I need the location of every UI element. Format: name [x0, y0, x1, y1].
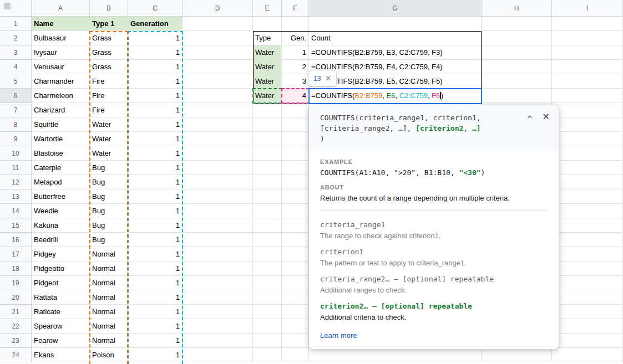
cell-C16[interactable]: 1 [128, 233, 183, 247]
cell-H3[interactable] [482, 45, 552, 60]
cell-I17[interactable] [552, 247, 623, 262]
cell-I9[interactable] [552, 132, 623, 146]
cell-F5[interactable]: 3 [282, 74, 309, 89]
cell-E1[interactable] [253, 17, 282, 31]
cell-A9[interactable]: Wartortle [32, 132, 90, 146]
cell-C4[interactable]: 1 [128, 60, 183, 74]
cell-B15[interactable]: Bug [90, 218, 128, 233]
cell-E6[interactable]: Water [253, 89, 282, 103]
cell-C23[interactable]: 1 [128, 334, 183, 348]
row-header-6[interactable]: 6 [0, 89, 32, 103]
cell-F13[interactable] [282, 189, 309, 204]
cell-E14[interactable] [253, 204, 282, 218]
cell-I21[interactable] [552, 305, 623, 319]
cell-I2[interactable] [552, 31, 623, 45]
cell-B23[interactable]: Normal [90, 334, 128, 348]
select-all-corner[interactable] [0, 0, 32, 17]
cell-C13[interactable]: 1 [128, 189, 183, 204]
collapse-icon[interactable] [526, 113, 534, 121]
cell-E23[interactable] [253, 334, 282, 348]
cell-I20[interactable] [552, 290, 623, 305]
row-header-2[interactable]: 2 [0, 31, 32, 45]
cell-C24[interactable]: 1 [128, 348, 183, 362]
cell-A5[interactable]: Charmander [32, 74, 90, 89]
cell-A15[interactable]: Kakuna [32, 218, 90, 233]
cell-F10[interactable] [282, 146, 309, 161]
cell-C6[interactable]: 1 [128, 89, 183, 103]
row-header-18[interactable]: 18 [0, 262, 32, 276]
cell-E2[interactable]: Type [253, 31, 282, 45]
cell-B20[interactable]: Normal [90, 290, 128, 305]
row-header-11[interactable]: 11 [0, 161, 32, 175]
cell-E9[interactable] [253, 132, 282, 146]
row-header-21[interactable]: 21 [0, 305, 32, 319]
cell-D3[interactable] [183, 45, 253, 60]
cell-I4[interactable] [552, 60, 623, 74]
row-header-15[interactable]: 15 [0, 218, 32, 233]
cell-I7[interactable] [552, 103, 623, 117]
cell-A7[interactable]: Charizard [32, 103, 90, 117]
cell-G3[interactable]: =COUNTIFS(B2:B759, E3, C2:C759, F3) [309, 45, 482, 60]
cell-A12[interactable]: Metapod [32, 175, 90, 189]
cell-H1[interactable] [482, 17, 552, 31]
cell-D15[interactable] [183, 218, 253, 233]
cell-B24[interactable]: Poison [90, 348, 128, 362]
cell-I6[interactable] [552, 89, 623, 103]
cell-F24[interactable] [282, 348, 309, 362]
cell-B5[interactable]: Fire [90, 74, 128, 89]
cell-F7[interactable] [282, 103, 309, 117]
row-header-14[interactable]: 14 [0, 204, 32, 218]
column-header-C[interactable]: C [128, 0, 183, 17]
cell-D6[interactable] [183, 89, 253, 103]
cell-D23[interactable] [183, 334, 253, 348]
cell-I8[interactable] [552, 117, 623, 132]
cell-H24[interactable] [482, 348, 552, 362]
cell-C20[interactable]: 1 [128, 290, 183, 305]
cell-B10[interactable]: Water [90, 146, 128, 161]
row-header-5[interactable]: 5 [0, 74, 32, 89]
cell-F3[interactable]: 1 [282, 45, 309, 60]
cell-F22[interactable] [282, 319, 309, 334]
column-header-B[interactable]: B [90, 0, 128, 17]
cell-H6[interactable] [482, 89, 552, 103]
cell-F16[interactable] [282, 233, 309, 247]
preview-close-icon[interactable]: ✕ [325, 74, 331, 83]
cell-E4[interactable]: Water [253, 60, 282, 74]
cell-C1[interactable]: Generation [128, 17, 183, 31]
cell-A16[interactable]: Beedrill [32, 233, 90, 247]
cell-E5[interactable]: Water [253, 74, 282, 89]
row-header-23[interactable]: 23 [0, 334, 32, 348]
cell-D17[interactable] [183, 247, 253, 262]
cell-I14[interactable] [552, 204, 623, 218]
cell-A1[interactable]: Name [32, 17, 90, 31]
cell-C7[interactable]: 1 [128, 103, 183, 117]
cell-B4[interactable]: Grass [90, 60, 128, 74]
close-icon[interactable]: ✕ [543, 112, 550, 121]
row-header-1[interactable]: 1 [0, 17, 32, 31]
cell-F23[interactable] [282, 334, 309, 348]
cell-I5[interactable] [552, 74, 623, 89]
cell-E15[interactable] [253, 218, 282, 233]
row-header-8[interactable]: 8 [0, 117, 32, 132]
cell-C21[interactable]: 1 [128, 305, 183, 319]
cell-F15[interactable] [282, 218, 309, 233]
row-header-4[interactable]: 4 [0, 60, 32, 74]
cell-D20[interactable] [183, 290, 253, 305]
cell-A23[interactable]: Fearow [32, 334, 90, 348]
cell-I16[interactable] [552, 233, 623, 247]
cell-E16[interactable] [253, 233, 282, 247]
row-header-20[interactable]: 20 [0, 290, 32, 305]
cell-A3[interactable]: Ivysaur [32, 45, 90, 60]
column-header-F[interactable]: F [282, 0, 309, 17]
cell-G24[interactable] [309, 348, 482, 362]
cell-F17[interactable] [282, 247, 309, 262]
cell-I11[interactable] [552, 161, 623, 175]
column-header-H[interactable]: H [482, 0, 552, 17]
cell-I24[interactable] [552, 348, 623, 362]
column-header-I[interactable]: I [552, 0, 623, 17]
cell-A11[interactable]: Caterpie [32, 161, 90, 175]
cell-D13[interactable] [183, 189, 253, 204]
cell-D11[interactable] [183, 161, 253, 175]
cell-A6[interactable]: Charmeleon [32, 89, 90, 103]
cell-D24[interactable] [183, 348, 253, 362]
